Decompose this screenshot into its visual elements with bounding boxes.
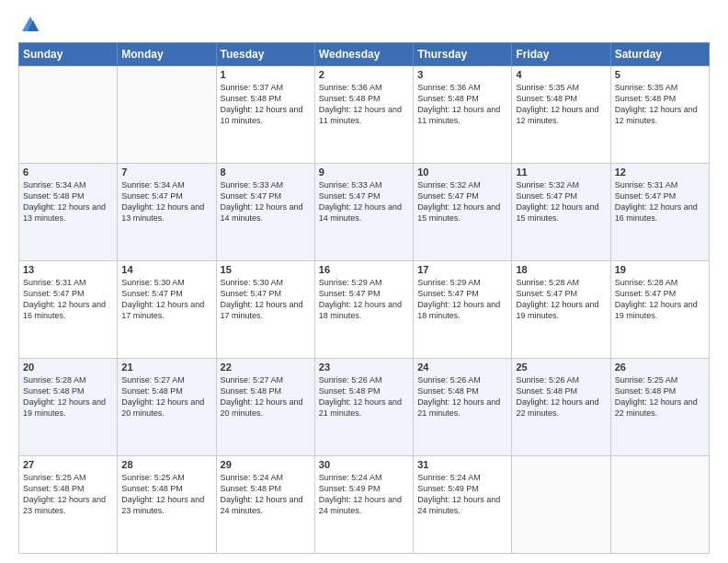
calendar-cell: 11Sunrise: 5:32 AM Sunset: 5:47 PM Dayli… bbox=[512, 164, 610, 261]
day-header-tuesday: Tuesday bbox=[216, 43, 314, 66]
day-info: Sunrise: 5:26 AM Sunset: 5:48 PM Dayligh… bbox=[417, 374, 507, 419]
day-info: Sunrise: 5:33 AM Sunset: 5:47 PM Dayligh… bbox=[319, 179, 409, 224]
calendar-week-3: 13Sunrise: 5:31 AM Sunset: 5:47 PM Dayli… bbox=[19, 261, 710, 359]
day-number: 7 bbox=[121, 167, 211, 178]
day-info: Sunrise: 5:35 AM Sunset: 5:48 PM Dayligh… bbox=[516, 82, 606, 127]
day-number: 5 bbox=[615, 69, 705, 80]
calendar-cell: 18Sunrise: 5:28 AM Sunset: 5:47 PM Dayli… bbox=[512, 261, 610, 359]
day-info: Sunrise: 5:28 AM Sunset: 5:47 PM Dayligh… bbox=[516, 277, 606, 322]
day-header-saturday: Saturday bbox=[610, 43, 709, 66]
day-header-sunday: Sunday bbox=[19, 43, 118, 66]
day-number: 15 bbox=[221, 264, 311, 275]
day-number: 19 bbox=[615, 264, 705, 275]
calendar-week-5: 27Sunrise: 5:25 AM Sunset: 5:48 PM Dayli… bbox=[19, 456, 710, 554]
calendar-cell: 5Sunrise: 5:35 AM Sunset: 5:48 PM Daylig… bbox=[610, 66, 709, 164]
day-info: Sunrise: 5:25 AM Sunset: 5:48 PM Dayligh… bbox=[121, 472, 211, 517]
calendar-cell: 2Sunrise: 5:36 AM Sunset: 5:48 PM Daylig… bbox=[314, 66, 413, 164]
day-number: 18 bbox=[516, 264, 606, 275]
day-number: 17 bbox=[417, 264, 507, 275]
day-info: Sunrise: 5:24 AM Sunset: 5:48 PM Dayligh… bbox=[221, 472, 311, 517]
day-number: 20 bbox=[23, 362, 113, 373]
day-number: 27 bbox=[23, 459, 113, 470]
calendar-cell: 9Sunrise: 5:33 AM Sunset: 5:47 PM Daylig… bbox=[314, 164, 413, 261]
day-info: Sunrise: 5:35 AM Sunset: 5:48 PM Dayligh… bbox=[615, 82, 705, 127]
day-info: Sunrise: 5:25 AM Sunset: 5:48 PM Dayligh… bbox=[23, 472, 113, 517]
calendar-cell: 30Sunrise: 5:24 AM Sunset: 5:49 PM Dayli… bbox=[314, 456, 413, 554]
calendar-cell: 22Sunrise: 5:27 AM Sunset: 5:48 PM Dayli… bbox=[216, 359, 314, 456]
day-header-thursday: Thursday bbox=[414, 43, 512, 66]
calendar-cell: 10Sunrise: 5:32 AM Sunset: 5:47 PM Dayli… bbox=[414, 164, 512, 261]
day-number: 31 bbox=[417, 459, 507, 470]
day-info: Sunrise: 5:24 AM Sunset: 5:49 PM Dayligh… bbox=[417, 472, 507, 517]
calendar-cell bbox=[19, 66, 118, 164]
day-info: Sunrise: 5:26 AM Sunset: 5:48 PM Dayligh… bbox=[516, 374, 606, 419]
day-info: Sunrise: 5:36 AM Sunset: 5:48 PM Dayligh… bbox=[319, 82, 409, 127]
calendar-cell: 1Sunrise: 5:37 AM Sunset: 5:48 PM Daylig… bbox=[216, 66, 314, 164]
calendar-cell: 19Sunrise: 5:28 AM Sunset: 5:47 PM Dayli… bbox=[610, 261, 709, 359]
day-info: Sunrise: 5:34 AM Sunset: 5:48 PM Dayligh… bbox=[23, 179, 113, 224]
day-info: Sunrise: 5:32 AM Sunset: 5:47 PM Dayligh… bbox=[516, 179, 606, 224]
day-number: 6 bbox=[23, 167, 113, 178]
calendar-cell bbox=[512, 456, 610, 554]
calendar-cell: 21Sunrise: 5:27 AM Sunset: 5:48 PM Dayli… bbox=[118, 359, 216, 456]
calendar-week-1: 1Sunrise: 5:37 AM Sunset: 5:48 PM Daylig… bbox=[19, 66, 710, 164]
calendar-cell: 7Sunrise: 5:34 AM Sunset: 5:47 PM Daylig… bbox=[118, 164, 216, 261]
calendar-cell: 13Sunrise: 5:31 AM Sunset: 5:47 PM Dayli… bbox=[19, 261, 118, 359]
day-number: 30 bbox=[319, 459, 409, 470]
calendar-week-4: 20Sunrise: 5:28 AM Sunset: 5:48 PM Dayli… bbox=[19, 359, 710, 456]
day-number: 8 bbox=[221, 167, 311, 178]
day-number: 1 bbox=[221, 69, 311, 80]
day-number: 4 bbox=[516, 69, 606, 80]
day-info: Sunrise: 5:30 AM Sunset: 5:47 PM Dayligh… bbox=[121, 277, 211, 322]
day-info: Sunrise: 5:25 AM Sunset: 5:48 PM Dayligh… bbox=[615, 374, 705, 419]
day-info: Sunrise: 5:34 AM Sunset: 5:47 PM Dayligh… bbox=[121, 179, 211, 224]
calendar-cell: 20Sunrise: 5:28 AM Sunset: 5:48 PM Dayli… bbox=[19, 359, 118, 456]
day-info: Sunrise: 5:26 AM Sunset: 5:48 PM Dayligh… bbox=[319, 374, 409, 419]
logo-icon bbox=[20, 15, 40, 35]
day-header-wednesday: Wednesday bbox=[314, 43, 413, 66]
day-info: Sunrise: 5:32 AM Sunset: 5:47 PM Dayligh… bbox=[417, 179, 507, 224]
day-info: Sunrise: 5:24 AM Sunset: 5:49 PM Dayligh… bbox=[319, 472, 409, 517]
day-number: 24 bbox=[417, 362, 507, 373]
day-number: 29 bbox=[221, 459, 311, 470]
day-number: 13 bbox=[23, 264, 113, 275]
calendar-cell: 8Sunrise: 5:33 AM Sunset: 5:47 PM Daylig… bbox=[216, 164, 314, 261]
day-number: 2 bbox=[319, 69, 409, 80]
calendar-cell: 24Sunrise: 5:26 AM Sunset: 5:48 PM Dayli… bbox=[414, 359, 512, 456]
day-info: Sunrise: 5:30 AM Sunset: 5:47 PM Dayligh… bbox=[221, 277, 311, 322]
logo bbox=[18, 15, 40, 35]
calendar-table: SundayMondayTuesdayWednesdayThursdayFrid… bbox=[18, 42, 710, 554]
day-info: Sunrise: 5:28 AM Sunset: 5:47 PM Dayligh… bbox=[615, 277, 705, 322]
day-number: 26 bbox=[615, 362, 705, 373]
calendar-cell: 14Sunrise: 5:30 AM Sunset: 5:47 PM Dayli… bbox=[118, 261, 216, 359]
day-info: Sunrise: 5:29 AM Sunset: 5:47 PM Dayligh… bbox=[319, 277, 409, 322]
day-info: Sunrise: 5:31 AM Sunset: 5:47 PM Dayligh… bbox=[615, 179, 705, 224]
header bbox=[18, 15, 710, 35]
day-number: 11 bbox=[516, 167, 606, 178]
day-number: 23 bbox=[319, 362, 409, 373]
calendar-cell: 15Sunrise: 5:30 AM Sunset: 5:47 PM Dayli… bbox=[216, 261, 314, 359]
calendar-cell: 6Sunrise: 5:34 AM Sunset: 5:48 PM Daylig… bbox=[19, 164, 118, 261]
day-number: 10 bbox=[417, 167, 507, 178]
day-number: 9 bbox=[319, 167, 409, 178]
day-number: 12 bbox=[615, 167, 705, 178]
day-info: Sunrise: 5:27 AM Sunset: 5:48 PM Dayligh… bbox=[121, 374, 211, 419]
calendar-cell: 26Sunrise: 5:25 AM Sunset: 5:48 PM Dayli… bbox=[610, 359, 709, 456]
day-number: 21 bbox=[121, 362, 211, 373]
day-info: Sunrise: 5:27 AM Sunset: 5:48 PM Dayligh… bbox=[221, 374, 311, 419]
day-header-friday: Friday bbox=[512, 43, 610, 66]
day-number: 14 bbox=[121, 264, 211, 275]
day-info: Sunrise: 5:29 AM Sunset: 5:47 PM Dayligh… bbox=[417, 277, 507, 322]
day-info: Sunrise: 5:37 AM Sunset: 5:48 PM Dayligh… bbox=[221, 82, 311, 127]
calendar-cell: 4Sunrise: 5:35 AM Sunset: 5:48 PM Daylig… bbox=[512, 66, 610, 164]
day-info: Sunrise: 5:31 AM Sunset: 5:47 PM Dayligh… bbox=[23, 277, 113, 322]
calendar-cell: 25Sunrise: 5:26 AM Sunset: 5:48 PM Dayli… bbox=[512, 359, 610, 456]
day-number: 28 bbox=[121, 459, 211, 470]
day-header-monday: Monday bbox=[118, 43, 216, 66]
day-info: Sunrise: 5:28 AM Sunset: 5:48 PM Dayligh… bbox=[23, 374, 113, 419]
day-info: Sunrise: 5:33 AM Sunset: 5:47 PM Dayligh… bbox=[221, 179, 311, 224]
calendar-header-row: SundayMondayTuesdayWednesdayThursdayFrid… bbox=[19, 43, 710, 66]
day-info: Sunrise: 5:36 AM Sunset: 5:48 PM Dayligh… bbox=[417, 82, 507, 127]
calendar-cell: 16Sunrise: 5:29 AM Sunset: 5:47 PM Dayli… bbox=[314, 261, 413, 359]
calendar-cell: 29Sunrise: 5:24 AM Sunset: 5:48 PM Dayli… bbox=[216, 456, 314, 554]
